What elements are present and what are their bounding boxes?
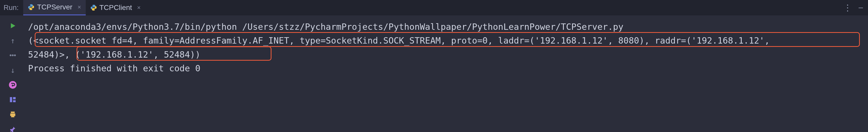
- hide-icon[interactable]: —: [859, 3, 863, 12]
- close-icon[interactable]: ×: [78, 4, 81, 11]
- svg-rect-5: [13, 97, 16, 99]
- tab-label: TCPServer: [37, 3, 72, 11]
- stop-dots-button[interactable]: [6, 49, 19, 62]
- run-sidebar: ↑ ↓: [0, 15, 26, 132]
- console-line: Process finished with exit code 0: [28, 61, 868, 75]
- svg-rect-6: [13, 100, 16, 102]
- console-output[interactable]: /opt/anaconda3/envs/Python3.7/bin/python…: [26, 15, 868, 132]
- scroll-down-button[interactable]: ↓: [6, 64, 19, 76]
- run-tool-window: Run: TCPServer × TCPClient × ⋮ — ↑ ↓: [0, 0, 868, 132]
- layout-icon: [9, 96, 17, 103]
- python-icon: [90, 4, 97, 11]
- pin-button[interactable]: [6, 123, 19, 132]
- close-icon[interactable]: ×: [137, 4, 141, 11]
- print-icon: [9, 110, 17, 118]
- arrow-down-icon: ↓: [10, 66, 15, 75]
- run-label: Run:: [4, 4, 19, 12]
- wrap-icon: [8, 80, 17, 90]
- play-button[interactable]: [6, 20, 19, 32]
- svg-rect-4: [10, 97, 12, 102]
- run-tabbar: Run: TCPServer × TCPClient × ⋮ —: [0, 0, 868, 15]
- pin-icon: [9, 126, 16, 132]
- print-button[interactable]: [6, 108, 19, 121]
- body: ↑ ↓ /opt/anaconda3/envs/Python3.7/bin/p: [0, 15, 868, 132]
- svg-point-0: [10, 54, 11, 56]
- layout-button[interactable]: [6, 93, 19, 106]
- console-line: /opt/anaconda3/envs/Python3.7/bin/python…: [28, 20, 868, 34]
- scroll-up-button[interactable]: ↑: [6, 34, 19, 47]
- svg-point-1: [12, 54, 13, 56]
- tab-label: TCPClient: [99, 4, 132, 12]
- play-icon: [9, 22, 17, 30]
- python-icon: [28, 4, 34, 10]
- stop-dots-icon: [8, 51, 17, 60]
- tab-tcpclient[interactable]: TCPClient ×: [86, 0, 146, 15]
- svg-point-2: [14, 54, 16, 56]
- tab-tcpserver[interactable]: TCPServer ×: [23, 0, 86, 15]
- more-vertical-icon[interactable]: ⋮: [843, 3, 852, 13]
- console-line: (<socket.socket fd=4, family=AddressFami…: [28, 34, 868, 47]
- arrow-up-icon: ↑: [10, 36, 15, 45]
- console-line: 52484)>, ('192.168.1.12', 52484)): [28, 48, 868, 61]
- wrap-button[interactable]: [6, 78, 19, 91]
